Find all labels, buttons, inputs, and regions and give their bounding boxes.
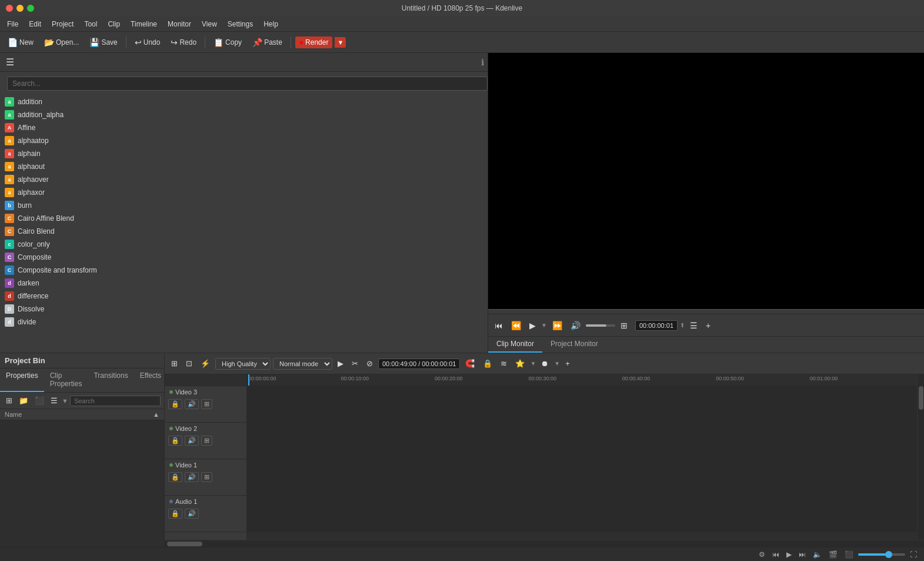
preview-scrollbar[interactable] [488,309,924,314]
maximize-window-button[interactable] [27,5,34,12]
menu-tool[interactable]: Tool [79,18,102,30]
copy-button[interactable]: 📋 Copy [209,36,246,49]
status-fullscreen-button[interactable]: ⛶ [908,549,919,560]
playhead[interactable] [248,374,249,386]
timeline-hscrollbar[interactable] [165,540,924,547]
timeline-vscrollbar[interactable] [917,374,924,540]
timecode-up-down[interactable]: ⬆ [680,322,685,328]
status-render-button[interactable]: ⬛ [842,549,856,560]
cut-button[interactable]: ✂ [349,357,361,370]
render-dropdown-button[interactable]: ▼ [335,37,346,48]
tab-clip-monitor[interactable]: Clip Monitor [488,337,542,353]
effect-item-alphaover[interactable]: aalphaover [0,173,488,186]
slip-button[interactable]: ⊘ [363,357,376,370]
menu-edit[interactable]: Edit [24,18,46,30]
tl-ripple-button[interactable]: ≋ [498,357,510,370]
menu-project[interactable]: Project [47,18,78,30]
open-button[interactable]: 📂 Open... [40,36,83,49]
tl-add-track-button[interactable]: + [562,357,573,370]
status-next-button[interactable]: ⏭ [796,549,808,560]
skip-start-button[interactable]: ⏮ [492,319,506,332]
track-mute-video2[interactable]: 🔊 [185,436,199,446]
play-tl-button[interactable]: ▶ [335,357,346,370]
tl-magnet-button[interactable]: 🧲 [462,357,478,370]
bin-view-button[interactable]: ⊞ [4,395,15,406]
minimize-window-button[interactable] [16,5,24,12]
status-prev-button[interactable]: ⏮ [770,549,782,560]
track-composite-video3[interactable]: ⊞ [201,399,212,409]
effect-item-alphaout[interactable]: aalphaout [0,160,488,173]
bin-search-input[interactable] [70,396,161,406]
mode-select[interactable]: Normal mode [273,358,332,370]
status-audio-button[interactable]: 🔈 [810,549,824,560]
menu-settings[interactable]: Settings [223,18,258,30]
window-controls[interactable] [6,5,34,12]
timeline-ruler[interactable]: 00:00:00:00 00:00:10:00 00:00:20:00 00:0… [247,374,917,386]
status-settings-button[interactable]: ⚙ [756,549,768,560]
tab-clip-properties[interactable]: Clip Properties [44,369,88,392]
bin-column-header[interactable]: Name ▲ [0,409,164,420]
menu-monitor[interactable]: Monitor [163,18,196,30]
redo-button[interactable]: ↪ Redo [166,36,201,49]
track-lock-video3[interactable]: 🔒 [168,399,182,409]
vscrollbar-thumb[interactable] [919,386,923,410]
tl-lock-button[interactable]: 🔒 [480,357,495,370]
menu-help[interactable]: Help [259,18,283,30]
effect-item-darken[interactable]: ddarken [0,277,488,290]
bin-folder-button[interactable]: ⬛ [32,395,46,406]
effect-item-alphaxor[interactable]: aalphaxor [0,186,488,199]
bin-add-button[interactable]: 📁 [16,395,31,406]
track-lock-video2[interactable]: 🔒 [168,436,182,446]
tab-transitions[interactable]: Transitions [88,369,134,392]
effect-item-dissolve[interactable]: DDissolve [0,303,488,316]
status-video-button[interactable]: 🎬 [826,549,840,560]
effect-item-divide[interactable]: ddivide [0,316,488,328]
menu-clip[interactable]: Clip [103,18,125,30]
play-dropdown[interactable]: ▼ [541,322,547,328]
info-button[interactable]: ℹ [481,58,484,67]
status-play-button[interactable]: ▶ [784,549,794,560]
prev-frame-button[interactable]: ⏪ [508,319,524,332]
paste-button[interactable]: 📌 Paste [248,36,286,49]
tl-fit-button[interactable]: ⊡ [183,357,195,370]
add-button[interactable]: + [703,319,713,332]
close-window-button[interactable] [6,5,13,12]
volume-slider[interactable] [586,324,615,327]
track-composite-video2[interactable]: ⊞ [201,436,212,446]
volume-button[interactable]: 🔊 [568,319,583,332]
effect-item-composite[interactable]: CComposite [0,251,488,264]
effect-item-addition[interactable]: aaddition [0,95,488,108]
effect-item-difference[interactable]: ddifference [0,290,488,303]
timecode-display[interactable]: 00:00:00:01 [635,320,678,331]
menu-lines-button[interactable]: ☰ [687,319,700,332]
next-frame-button[interactable]: ⏩ [549,319,565,332]
tl-expand-button[interactable]: ⊞ [168,357,181,370]
effect-item-color_only[interactable]: ccolor_only [0,238,488,251]
track-lock-audio1[interactable]: 🔒 [168,509,182,519]
play-button[interactable]: ▶ [526,319,539,332]
tl-fav-dropdown[interactable]: ▼ [530,360,536,367]
tl-pb-dropdown[interactable]: ▼ [554,360,560,367]
quality-select[interactable]: High Quality [215,358,271,370]
track-mute-video1[interactable]: 🔊 [185,472,199,482]
tab-properties[interactable]: Properties [0,369,44,392]
effect-item-cairo-blend[interactable]: CCairo Blend [0,225,488,238]
menu-timeline[interactable]: Timeline [126,18,162,30]
track-composite-video1[interactable]: ⊞ [201,472,212,482]
tl-favorite-button[interactable]: ⭐ [512,357,528,370]
undo-button[interactable]: ↩ Undo [131,36,165,49]
bin-menu-button[interactable]: ☰ [48,395,60,406]
tl-playback-button[interactable]: ⏺ [538,357,552,370]
track-mute-audio1[interactable]: 🔊 [185,509,199,519]
track-lock-video1[interactable]: 🔒 [168,472,182,482]
panel-menu-button[interactable]: ☰ [4,55,16,69]
effect-item-addition_alpha[interactable]: aaddition_alpha [0,108,488,121]
effect-item-burn[interactable]: bburn [0,199,488,212]
tl-subtitle-button[interactable]: ⚡ [198,357,213,370]
grid-button[interactable]: ⊞ [618,319,631,332]
save-button[interactable]: 💾 Save [85,36,121,49]
effect-item-affine[interactable]: AAffine [0,121,488,134]
new-button[interactable]: 📄 New [4,36,38,49]
tab-effects[interactable]: Effects [134,369,167,392]
tab-project-monitor[interactable]: Project Monitor [542,337,606,353]
